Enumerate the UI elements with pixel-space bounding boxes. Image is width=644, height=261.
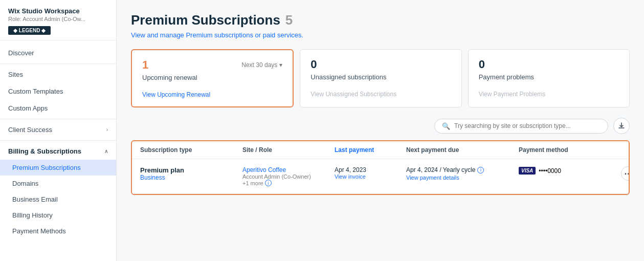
table-row: Premium plan Business Aperitivo Coffee A…	[132, 159, 629, 194]
cards-row: 1 Next 30 days ▾ Upcoming renewal View U…	[131, 49, 630, 107]
th-site-role: Site / Role	[242, 146, 335, 154]
subscription-table: Subscription type Site / Role Last payme…	[131, 140, 630, 195]
card-number-payment-problems: 0	[479, 58, 485, 71]
view-unassigned-link: View Unassigned Subscriptions	[310, 91, 396, 98]
visa-logo: VISA	[519, 167, 536, 175]
chevron-up-icon: ∧	[104, 148, 108, 154]
card-label-unassigned: Unassigned subscriptions	[310, 73, 451, 81]
download-button[interactable]	[613, 118, 630, 134]
cell-next-payment-due: Apr 4, 2024 / Yearly cycle i View paymen…	[406, 166, 519, 181]
chevron-right-icon: ›	[106, 127, 108, 133]
sidebar-item-discover[interactable]: Discover	[0, 45, 116, 61]
sidebar-item-domains[interactable]: Domains	[0, 176, 116, 191]
info-icon[interactable]: i	[265, 180, 272, 186]
subscription-tier: Business	[140, 174, 242, 181]
sidebar-item-billing-history[interactable]: Billing History	[0, 207, 116, 223]
next-payment-info-icon[interactable]: i	[477, 167, 484, 173]
chevron-down-icon: ▾	[279, 61, 282, 69]
th-actions	[621, 146, 630, 154]
cell-subscription-type: Premium plan Business	[140, 166, 242, 181]
card-unassigned: 0 Unassigned subscriptions View Unassign…	[300, 49, 461, 107]
card-label-payment-problems: Payment problems	[479, 73, 619, 81]
next-payment-text: Apr 4, 2024 / Yearly cycle	[406, 166, 475, 173]
workspace-role: Role: Account Admin (Co-Ow...	[8, 16, 108, 22]
sidebar-item-billing-subscriptions[interactable]: Billing & Subscriptions ∧	[0, 143, 116, 160]
table-header: Subscription type Site / Role Last payme…	[132, 141, 629, 159]
subscription-plan-name: Premium plan	[140, 166, 242, 174]
card-upcoming-renewal: 1 Next 30 days ▾ Upcoming renewal View U…	[131, 49, 294, 107]
card-number-unassigned: 0	[310, 58, 317, 71]
more-options-button[interactable]: ⋯	[621, 166, 630, 181]
sidebar-nav: Discover Sites Custom Templates Custom A…	[0, 40, 116, 261]
payment-card-last4: ••••0000	[539, 167, 561, 175]
sidebar-item-custom-apps[interactable]: Custom Apps	[0, 100, 116, 117]
site-role: Account Admin (Co-Owner)	[242, 173, 335, 180]
view-payment-problems-link: View Payment Problems	[479, 91, 546, 98]
page-title: Premium Subscriptions	[131, 12, 280, 28]
card-payment-problems: 0 Payment problems View Payment Problems	[468, 49, 630, 107]
card-filter-upcoming[interactable]: Next 30 days ▾	[241, 61, 282, 69]
sidebar-item-sites[interactable]: Sites	[0, 66, 116, 83]
view-payment-details-link[interactable]: View payment details	[406, 175, 519, 181]
view-upcoming-renewal-link[interactable]: View Upcoming Renewal	[142, 91, 210, 98]
page-title-count: 5	[285, 12, 293, 28]
sidebar-item-client-success[interactable]: Client Success ›	[0, 121, 116, 138]
th-last-payment: Last payment	[335, 146, 406, 154]
page-title-row: Premium Subscriptions 5	[131, 12, 630, 28]
main-content: Premium Subscriptions 5 View and manage …	[117, 0, 644, 261]
site-more: +1 more i	[242, 180, 335, 186]
th-subscription-type: Subscription type	[140, 146, 242, 154]
last-payment-date: Apr 4, 2023	[335, 166, 406, 173]
sidebar-item-payment-methods[interactable]: Payment Methods	[0, 223, 116, 239]
th-payment-method: Payment method	[519, 146, 621, 154]
cell-actions: ⋯	[621, 166, 630, 181]
view-invoice-link[interactable]: View invoice	[335, 173, 406, 180]
card-label-upcoming: Upcoming renewal	[142, 74, 282, 81]
card-number-upcoming: 1	[142, 58, 148, 72]
site-name[interactable]: Aperitivo Coffee	[242, 166, 335, 173]
download-icon	[617, 122, 626, 130]
page-subtitle: View and manage Premium subscriptions or…	[131, 31, 630, 39]
search-box[interactable]: 🔍	[434, 119, 608, 134]
th-next-payment-due: Next payment due	[406, 146, 519, 154]
sidebar: Wix Studio Workspace Role: Account Admin…	[0, 0, 117, 261]
sidebar-item-premium-subscriptions[interactable]: Premium Subscriptions	[0, 160, 116, 176]
sidebar-item-custom-templates[interactable]: Custom Templates	[0, 83, 116, 100]
workspace-name: Wix Studio Workspace	[8, 7, 108, 15]
cell-last-payment: Apr 4, 2023 View invoice	[335, 166, 406, 180]
search-input[interactable]	[454, 122, 601, 129]
search-icon: 🔍	[442, 122, 450, 130]
legend-button[interactable]: ◆ LEGEND ◆	[8, 26, 51, 35]
search-row: 🔍	[131, 118, 630, 134]
cell-site-role: Aperitivo Coffee Account Admin (Co-Owner…	[242, 166, 335, 186]
sidebar-header: Wix Studio Workspace Role: Account Admin…	[0, 0, 116, 40]
sidebar-item-business-email[interactable]: Business Email	[0, 191, 116, 207]
cell-payment-method: VISA ••••0000	[519, 166, 621, 175]
